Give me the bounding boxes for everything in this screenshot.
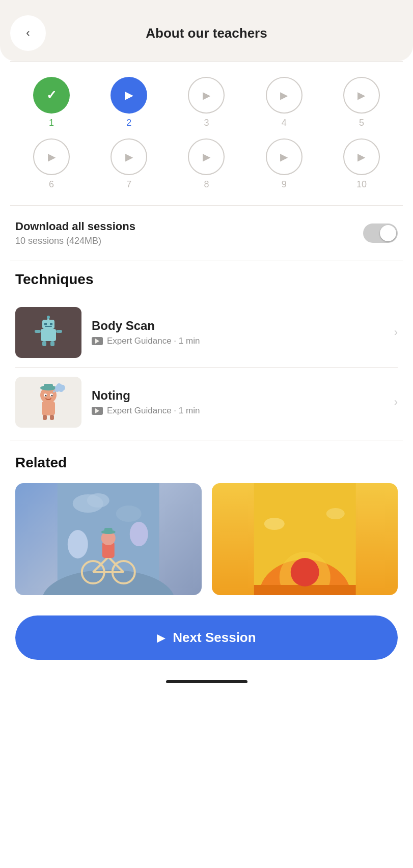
play-icon-3: ▶ (203, 89, 210, 101)
svg-point-17 (45, 395, 47, 397)
related-section: Related (0, 440, 413, 605)
session-circle-8[interactable]: ▶ (188, 138, 225, 175)
session-item-8: ▶ 8 (170, 138, 242, 190)
related-card-2-illustration (212, 483, 398, 595)
session-circle-10[interactable]: ▶ (343, 138, 380, 175)
download-subtitle: 10 sessions (424MB) (15, 236, 135, 246)
technique-item-body-scan[interactable]: Body Scan Expert Guidance · 1 min › (15, 300, 398, 365)
svg-point-26 (53, 390, 55, 393)
page-title: About our teachers (46, 25, 367, 41)
video-icon-noting (92, 407, 103, 415)
download-title: Download all sessions (15, 220, 135, 233)
svg-point-42 (68, 530, 88, 558)
session-number-8: 8 (204, 179, 209, 190)
play-icon-10: ▶ (357, 151, 365, 163)
back-button[interactable]: ‹ (10, 15, 46, 51)
techniques-section: Techniques (0, 261, 413, 440)
play-icon-2: ▶ (125, 89, 133, 102)
session-number-1: 1 (49, 118, 54, 128)
session-item-1: ✓ 1 (15, 77, 88, 128)
body-scan-meta: Expert Guidance · 1 min (92, 336, 384, 346)
technique-separator (15, 367, 398, 368)
noting-name: Noting (92, 388, 384, 403)
svg-point-30 (87, 493, 109, 508)
session-item-7: ▶ 7 (93, 138, 165, 190)
noting-meta-text: Expert Guidance · 1 min (107, 406, 200, 416)
session-item-2: ▶ 2 (93, 77, 165, 128)
svg-rect-1 (42, 320, 54, 329)
noting-info: Noting Expert Guidance · 1 min (92, 388, 384, 416)
noting-meta: Expert Guidance · 1 min (92, 406, 384, 416)
home-bar (166, 680, 247, 683)
body-scan-bg (15, 307, 81, 358)
play-icon-5: ▶ (357, 89, 365, 101)
session-circle-1[interactable]: ✓ (33, 77, 70, 114)
related-cards (15, 483, 398, 595)
header: ‹ About our teachers (0, 0, 413, 61)
session-number-5: 5 (359, 118, 364, 128)
techniques-title: Techniques (15, 271, 398, 288)
session-number-4: 4 (282, 118, 287, 128)
noting-bg (15, 377, 81, 428)
session-circle-3[interactable]: ▶ (188, 77, 225, 114)
svg-rect-9 (56, 330, 62, 333)
svg-point-18 (51, 395, 53, 397)
noting-thumbnail (15, 377, 81, 428)
related-title: Related (15, 455, 398, 471)
svg-point-5 (47, 316, 50, 319)
session-item-10: ▶ 10 (325, 138, 398, 190)
play-icon-8: ▶ (203, 151, 210, 163)
svg-point-49 (264, 518, 284, 530)
play-icon-4: ▶ (280, 89, 288, 101)
related-card-1[interactable] (15, 483, 202, 595)
svg-rect-19 (43, 415, 47, 420)
svg-rect-10 (45, 326, 52, 327)
session-number-2: 2 (126, 118, 131, 128)
chevron-right-body-scan: › (394, 326, 398, 339)
body-scan-meta-text: Expert Guidance · 1 min (107, 336, 200, 346)
body-scan-info: Body Scan Expert Guidance · 1 min (92, 319, 384, 346)
session-item-5: ▶ 5 (325, 77, 398, 128)
svg-rect-7 (50, 341, 54, 346)
download-section: Download all sessions 10 sessions (424MB… (0, 206, 413, 261)
svg-rect-11 (42, 401, 55, 415)
session-circle-7[interactable]: ▶ (111, 138, 147, 175)
svg-rect-8 (35, 330, 41, 333)
session-circle-5[interactable]: ▶ (343, 77, 380, 114)
body-scan-thumbnail (15, 307, 81, 358)
technique-item-noting[interactable]: Noting Expert Guidance · 1 min › (15, 370, 398, 435)
sessions-section: ✓ 1 ▶ 2 ▶ 3 ▶ 4 ▶ 5 (0, 62, 413, 205)
session-number-9: 9 (282, 179, 287, 190)
body-scan-name: Body Scan (92, 319, 384, 333)
session-circle-2[interactable]: ▶ (111, 77, 147, 114)
toggle-knob (380, 225, 396, 241)
svg-rect-2 (44, 323, 47, 325)
noting-illustration (31, 382, 66, 423)
svg-point-31 (116, 506, 142, 522)
next-session-button[interactable]: ▶ Next Session (15, 615, 398, 660)
session-circle-9[interactable]: ▶ (266, 138, 302, 175)
robot-illustration (31, 315, 66, 350)
related-card-1-illustration (15, 483, 202, 595)
session-item-6: ▶ 6 (15, 138, 88, 190)
video-icon-body-scan (92, 337, 103, 345)
svg-point-27 (55, 390, 57, 391)
play-icon-7: ▶ (125, 151, 133, 163)
sessions-grid: ✓ 1 ▶ 2 ▶ 3 ▶ 4 ▶ 5 (15, 77, 398, 190)
svg-point-50 (326, 508, 344, 519)
session-circle-6[interactable]: ▶ (33, 138, 70, 175)
svg-point-25 (59, 388, 63, 392)
download-text: Download all sessions 10 sessions (424MB… (15, 220, 135, 246)
session-item-4: ▶ 4 (248, 77, 320, 128)
session-number-3: 3 (204, 118, 209, 128)
svg-rect-41 (104, 528, 113, 533)
session-number-6: 6 (49, 179, 54, 190)
download-toggle[interactable] (363, 223, 398, 243)
session-item-9: ▶ 9 (248, 138, 320, 190)
svg-point-48 (290, 558, 319, 586)
session-circle-4[interactable]: ▶ (266, 77, 302, 114)
next-session-play-icon: ▶ (157, 631, 166, 645)
svg-rect-14 (44, 384, 53, 389)
chevron-right-noting: › (394, 396, 398, 409)
related-card-2[interactable] (212, 483, 398, 595)
